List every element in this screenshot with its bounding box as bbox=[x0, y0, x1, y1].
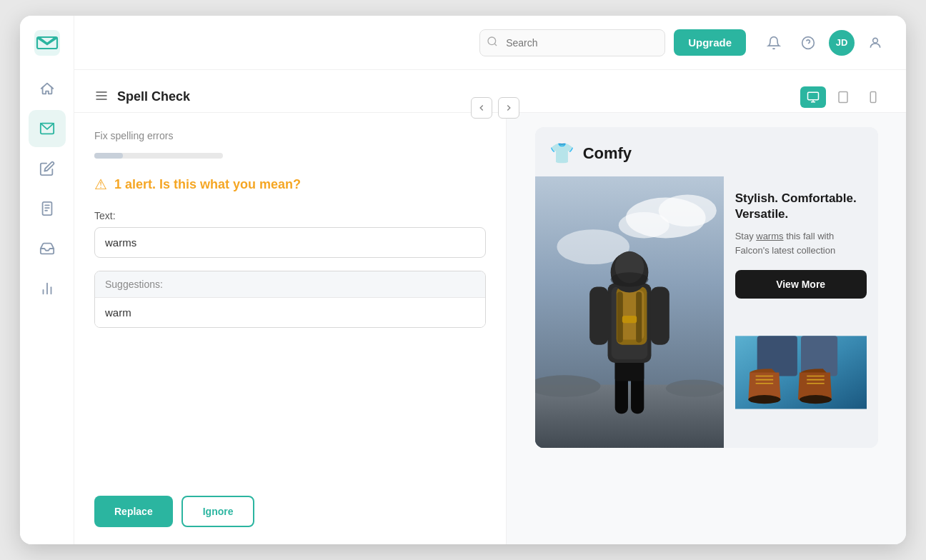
view-icons bbox=[800, 86, 886, 108]
tablet-view-button[interactable] bbox=[830, 86, 856, 108]
text-field-label: Text: bbox=[94, 210, 486, 221]
progress-bar bbox=[94, 153, 223, 159]
upgrade-button[interactable]: Upgrade bbox=[674, 29, 746, 56]
email-preview-header: 👕 Comfy bbox=[535, 127, 878, 176]
sidebar-item-edit[interactable] bbox=[29, 150, 66, 187]
hamburger-icon[interactable] bbox=[94, 89, 109, 106]
help-button[interactable] bbox=[795, 29, 822, 56]
email-body: Stylish. Comfortable. Versatile. Stay wa… bbox=[535, 176, 878, 448]
svg-point-46 bbox=[610, 272, 648, 286]
desktop-view-button[interactable] bbox=[800, 86, 826, 108]
svg-rect-42 bbox=[636, 292, 642, 343]
sidebar bbox=[20, 16, 74, 544]
nav-back-button[interactable] bbox=[471, 97, 492, 119]
content-area: Spell Check bbox=[74, 70, 906, 544]
view-more-button[interactable]: View More bbox=[735, 270, 867, 299]
avatar[interactable]: JD bbox=[829, 30, 855, 56]
preview-body: Stay warms this fall with Falcon's lates… bbox=[735, 229, 867, 257]
right-panel: 👕 Comfy bbox=[507, 113, 906, 544]
ignore-button[interactable]: Ignore bbox=[181, 496, 255, 527]
page-title: Spell Check bbox=[117, 89, 190, 104]
app-logo[interactable] bbox=[31, 27, 63, 59]
alert-icon: ⚠ bbox=[94, 176, 107, 193]
sidebar-item-reports[interactable] bbox=[29, 190, 66, 227]
suggestion-item[interactable]: warm bbox=[95, 298, 485, 327]
svg-rect-43 bbox=[622, 316, 636, 323]
alert-row: ⚠ 1 alert. Is this what you mean? bbox=[94, 176, 486, 193]
svg-line-10 bbox=[494, 44, 497, 46]
svg-point-50 bbox=[748, 395, 780, 404]
svg-rect-38 bbox=[650, 286, 669, 344]
svg-point-51 bbox=[800, 395, 832, 404]
panel-subtitle: Fix spelling errors bbox=[94, 130, 486, 141]
replace-button[interactable]: Replace bbox=[94, 496, 173, 527]
brand-name: Comfy bbox=[583, 144, 632, 163]
page-header-left: Spell Check bbox=[94, 89, 190, 106]
nav-arrows bbox=[471, 97, 519, 119]
left-panel: Fix spelling errors ⚠ 1 alert. Is this w… bbox=[74, 113, 507, 544]
preview-heading: Stylish. Comfortable. Versatile. bbox=[735, 191, 867, 222]
search-icon bbox=[487, 36, 498, 50]
svg-point-27 bbox=[618, 212, 669, 239]
suggestions-box: Suggestions: warm bbox=[94, 271, 486, 328]
sidebar-item-analytics[interactable] bbox=[29, 270, 66, 307]
action-buttons: Replace Ignore bbox=[94, 496, 486, 527]
svg-rect-17 bbox=[808, 92, 819, 100]
email-content-right: Stylish. Comfortable. Versatile. Stay wa… bbox=[724, 176, 878, 448]
sidebar-item-email[interactable] bbox=[29, 110, 66, 147]
svg-point-13 bbox=[873, 38, 878, 43]
mobile-view-button[interactable] bbox=[860, 86, 886, 108]
text-field-input[interactable] bbox=[94, 227, 486, 258]
progress-bar-fill bbox=[94, 153, 123, 159]
email-image-left bbox=[535, 176, 724, 448]
main-content: Upgrade JD bbox=[74, 16, 906, 544]
topbar: Upgrade JD bbox=[74, 16, 906, 70]
svg-point-9 bbox=[488, 37, 496, 45]
svg-rect-37 bbox=[589, 286, 608, 344]
search-container bbox=[479, 29, 665, 56]
nav-forward-button[interactable] bbox=[498, 97, 519, 119]
two-col-layout: Fix spelling errors ⚠ 1 alert. Is this w… bbox=[74, 113, 906, 544]
page-header: Spell Check bbox=[74, 70, 906, 113]
topbar-icons: JD bbox=[760, 29, 889, 56]
alert-text: 1 alert. Is this what you mean? bbox=[114, 177, 301, 192]
email-preview: 👕 Comfy bbox=[535, 127, 878, 448]
search-input[interactable] bbox=[479, 29, 665, 56]
notifications-button[interactable] bbox=[760, 29, 787, 56]
suggestions-header: Suggestions: bbox=[95, 271, 485, 298]
tshirt-icon: 👕 bbox=[549, 141, 574, 165]
sidebar-item-home[interactable] bbox=[29, 70, 66, 107]
sidebar-item-inbox[interactable] bbox=[29, 230, 66, 267]
svg-rect-41 bbox=[617, 292, 622, 343]
svg-point-31 bbox=[665, 379, 723, 396]
user-menu-button[interactable] bbox=[862, 29, 889, 56]
